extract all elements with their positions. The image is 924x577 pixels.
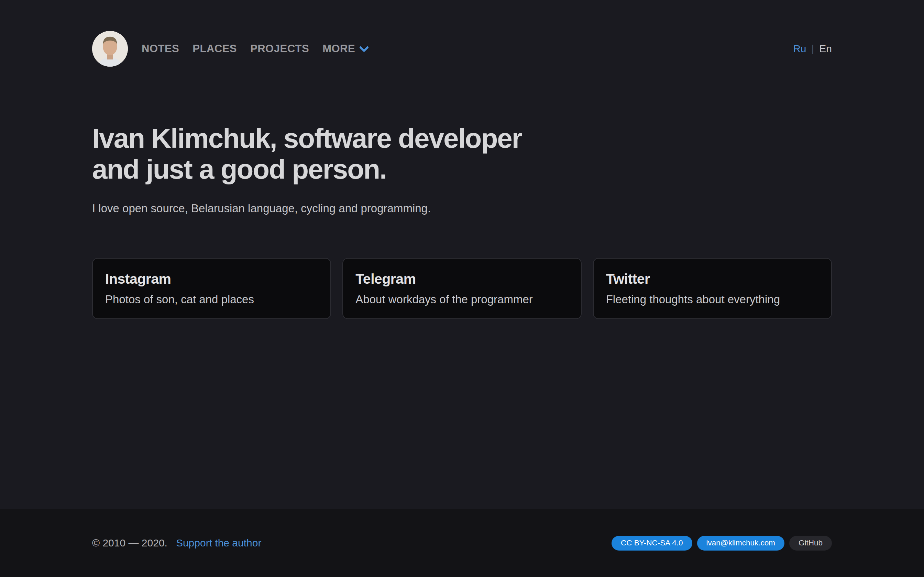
- footer-badges: CC BY-NC-SA 4.0 ivan@klimchuk.com GitHub: [612, 536, 832, 551]
- language-switcher: Ru | En: [793, 43, 832, 55]
- copyright-text: © 2010 — 2020.: [92, 537, 167, 549]
- nav-item-projects[interactable]: PROJECTS: [250, 43, 309, 55]
- card-instagram-description: Photos of son, cat and places: [105, 293, 318, 306]
- lang-link-ru[interactable]: Ru: [793, 43, 806, 55]
- main-nav: NOTES PLACES PROJECTS MORE: [142, 43, 369, 55]
- nav-item-more[interactable]: MORE: [322, 43, 369, 55]
- footer-content: © 2010 — 2020. Support the author CC BY-…: [92, 536, 832, 551]
- chevron-down-icon: [359, 46, 369, 53]
- lang-current-en[interactable]: En: [819, 43, 832, 55]
- card-twitter[interactable]: Twitter Fleeting thoughts about everythi…: [593, 258, 832, 319]
- site-header: NOTES PLACES PROJECTS MORE Ru | En: [92, 31, 832, 67]
- card-telegram-title: Telegram: [355, 271, 568, 287]
- card-telegram[interactable]: Telegram About workdays of the programme…: [342, 258, 581, 319]
- card-twitter-description: Fleeting thoughts about everything: [606, 293, 819, 306]
- card-instagram[interactable]: Instagram Photos of son, cat and places: [92, 258, 331, 319]
- nav-item-places[interactable]: PLACES: [192, 43, 237, 55]
- badge-email[interactable]: ivan@klimchuk.com: [697, 536, 784, 551]
- nav-more-label: MORE: [322, 43, 355, 55]
- lang-divider: |: [812, 43, 814, 55]
- avatar[interactable]: [92, 31, 128, 67]
- support-author-link[interactable]: Support the author: [176, 537, 262, 549]
- avatar-photo-placeholder: [92, 31, 128, 67]
- page-subtitle: I love open source, Belarusian language,…: [92, 201, 832, 216]
- badge-github[interactable]: GitHub: [789, 536, 832, 551]
- card-telegram-description: About workdays of the programmer: [355, 293, 568, 306]
- page-content: NOTES PLACES PROJECTS MORE Ru | En Ivan …: [92, 0, 832, 319]
- page-title-line2: and just a good person.: [92, 154, 832, 185]
- badge-license[interactable]: CC BY-NC-SA 4.0: [612, 536, 692, 551]
- card-twitter-title: Twitter: [606, 271, 819, 287]
- page-title: Ivan Klimchuk, software developer and ju…: [92, 123, 832, 185]
- social-cards: Instagram Photos of son, cat and places …: [92, 258, 832, 319]
- site-footer: © 2010 — 2020. Support the author CC BY-…: [0, 509, 924, 577]
- page-title-line1: Ivan Klimchuk, software developer: [92, 123, 832, 154]
- card-instagram-title: Instagram: [105, 271, 318, 287]
- nav-item-notes[interactable]: NOTES: [142, 43, 179, 55]
